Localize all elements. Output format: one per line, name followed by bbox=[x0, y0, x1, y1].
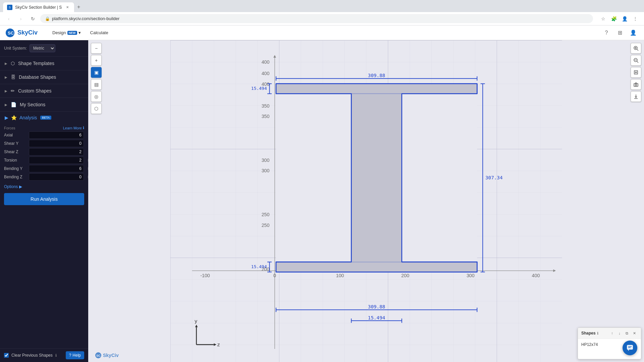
shapes-move-up-button[interactable]: ↑ bbox=[609, 330, 615, 337]
shapes-panel-header: Shapes ℹ ↑ ↓ ⧉ ✕ bbox=[578, 328, 641, 339]
force-unit: kN bbox=[85, 141, 88, 145]
tab-close-button[interactable]: ✕ bbox=[65, 5, 70, 10]
force-input[interactable] bbox=[29, 140, 84, 147]
left-toolbar: − + ▣ ▤ ◎ ⬡ bbox=[91, 43, 102, 114]
force-input[interactable] bbox=[29, 173, 84, 181]
help-button-label: Help bbox=[72, 353, 81, 358]
download-button[interactable] bbox=[631, 91, 641, 102]
watermark-text: SkyCiv bbox=[103, 353, 119, 358]
bookmark-star-button[interactable]: ☆ bbox=[598, 14, 608, 23]
help-button[interactable]: ? Help bbox=[66, 351, 84, 359]
svg-text:350: 350 bbox=[262, 103, 270, 109]
force-input[interactable] bbox=[29, 148, 84, 156]
custom-shapes-arrow-icon: ▶ bbox=[5, 89, 7, 93]
learn-more-link[interactable]: Learn More ℹ bbox=[63, 126, 84, 130]
svg-text:-100: -100 bbox=[200, 273, 210, 278]
chat-button[interactable] bbox=[623, 341, 637, 355]
svg-text:z: z bbox=[217, 342, 220, 347]
shape-templates-icon: ⬡ bbox=[11, 61, 15, 66]
force-unit: kN-m bbox=[85, 167, 88, 171]
svg-text:300: 300 bbox=[262, 168, 270, 173]
analysis-header[interactable]: ▶ ⭐ Analysis BETA bbox=[0, 112, 88, 124]
force-label: Bending Y bbox=[4, 166, 28, 171]
download-icon bbox=[633, 94, 639, 99]
circle-tool-button[interactable]: ◎ bbox=[91, 91, 102, 102]
zoom-in-canvas-button[interactable] bbox=[631, 43, 641, 54]
force-label: Bending Z bbox=[4, 175, 28, 179]
unit-system-row: Unit System: Metric Imperial bbox=[4, 44, 84, 52]
shapes-copy-button[interactable]: ⧉ bbox=[624, 330, 630, 337]
svg-rect-43 bbox=[402, 94, 477, 262]
nav-bar: ‹ › ↻ 🔒 platform.skyciv.com/section-buil… bbox=[0, 12, 644, 25]
screenshot-button[interactable] bbox=[631, 79, 641, 90]
sidebar-item-shape-templates[interactable]: ▶ ⬡ Shape Templates bbox=[0, 57, 88, 70]
options-label: Options bbox=[4, 184, 18, 189]
watermark: SC SkyCiv bbox=[95, 352, 119, 359]
watermark-logo: SC SkyCiv bbox=[95, 352, 119, 359]
menu-button[interactable]: ⋮ bbox=[631, 14, 640, 23]
svg-text:250: 250 bbox=[262, 223, 270, 228]
run-analysis-button[interactable]: Run Analysis bbox=[4, 193, 84, 205]
tab-title: SkyCiv Section Builder | SkyCiv P... bbox=[15, 5, 62, 10]
shapes-panel-title: Shapes ℹ bbox=[581, 331, 598, 336]
options-row[interactable]: Options ▶ bbox=[0, 182, 88, 190]
force-input[interactable] bbox=[29, 165, 84, 172]
force-label: Shear Z bbox=[4, 149, 28, 154]
design-nav-button[interactable]: Design NEW ▾ bbox=[48, 28, 85, 37]
zoom-in-icon bbox=[633, 46, 639, 51]
sidebar-item-database-shapes[interactable]: ▶ 🗄 Database Shapes bbox=[0, 70, 88, 84]
svg-text:309.88: 309.88 bbox=[368, 304, 385, 309]
sidebar-item-my-sections[interactable]: ▶ 📄 My Sections bbox=[0, 98, 88, 111]
shapes-move-down-button[interactable]: ↓ bbox=[616, 330, 623, 337]
force-label: Shear Y bbox=[4, 141, 28, 146]
refresh-button[interactable]: ↻ bbox=[28, 14, 38, 23]
profile-button[interactable]: 👤 bbox=[620, 14, 629, 23]
force-input[interactable] bbox=[29, 157, 84, 164]
info-icon: ℹ bbox=[83, 126, 84, 130]
canvas-area: − + ▣ ▤ ◎ ⬡ bbox=[88, 40, 644, 362]
force-row: Shear Y kN bbox=[4, 140, 84, 147]
force-label: Torsion bbox=[4, 158, 28, 163]
help-header-button[interactable]: ? bbox=[601, 27, 612, 38]
right-toolbar bbox=[631, 43, 641, 102]
zoom-out-tool-button[interactable]: − bbox=[91, 43, 102, 54]
calculate-nav-button[interactable]: Calculate bbox=[86, 28, 112, 37]
svg-text:15.494: 15.494 bbox=[251, 264, 267, 269]
unit-system-select[interactable]: Metric Imperial bbox=[30, 44, 55, 52]
address-bar[interactable]: 🔒 platform.skyciv.com/section-builder bbox=[40, 14, 593, 23]
force-row: Axial kN bbox=[4, 131, 84, 139]
svg-text:15.494: 15.494 bbox=[368, 315, 385, 320]
my-sections-arrow-icon: ▶ bbox=[5, 103, 7, 107]
shape-templates-arrow-icon: ▶ bbox=[5, 62, 7, 65]
new-tab-button[interactable]: + bbox=[74, 2, 85, 12]
clear-shapes-checkbox[interactable] bbox=[4, 353, 9, 358]
svg-text:300: 300 bbox=[262, 158, 270, 163]
rectangle-tool-button[interactable]: ▤ bbox=[91, 79, 102, 90]
extension-button[interactable]: 🧩 bbox=[609, 14, 619, 23]
nav-icons: ☆ 🧩 👤 ⋮ bbox=[598, 14, 640, 23]
user-avatar-button[interactable]: 👤 bbox=[628, 27, 639, 38]
svg-line-3 bbox=[637, 49, 638, 51]
svg-text:0: 0 bbox=[273, 273, 276, 278]
zoom-in-tool-button[interactable]: + bbox=[91, 55, 102, 66]
chat-icon bbox=[626, 344, 634, 352]
zoom-out-canvas-button[interactable] bbox=[631, 55, 641, 66]
polygon-tool-button[interactable]: ⬡ bbox=[91, 103, 102, 114]
custom-shapes-icon: ✏ bbox=[11, 88, 15, 94]
fit-canvas-button[interactable] bbox=[631, 67, 641, 78]
apps-button[interactable]: ⊞ bbox=[614, 27, 625, 38]
force-row: Torsion kN-m bbox=[4, 157, 84, 164]
analysis-star-icon: ⭐ bbox=[11, 115, 17, 120]
svg-text:250: 250 bbox=[262, 212, 270, 217]
shapes-delete-button[interactable]: ✕ bbox=[631, 330, 638, 337]
select-tool-button[interactable]: ▣ bbox=[91, 67, 102, 78]
force-input[interactable] bbox=[29, 131, 84, 139]
back-button[interactable]: ‹ bbox=[4, 14, 13, 23]
svg-text:100: 100 bbox=[336, 273, 344, 278]
sidebar-item-custom-shapes[interactable]: ▶ ✏ Custom Shapes bbox=[0, 84, 88, 98]
canvas-svg: -100 0 100 200 300 400 400 350 300 250 4… bbox=[88, 40, 644, 362]
my-sections-section: ▶ 📄 My Sections bbox=[0, 98, 88, 112]
forward-button[interactable]: › bbox=[16, 14, 25, 23]
url-text: platform.skyciv.com/section-builder bbox=[52, 16, 119, 21]
svg-text:300: 300 bbox=[467, 273, 475, 278]
